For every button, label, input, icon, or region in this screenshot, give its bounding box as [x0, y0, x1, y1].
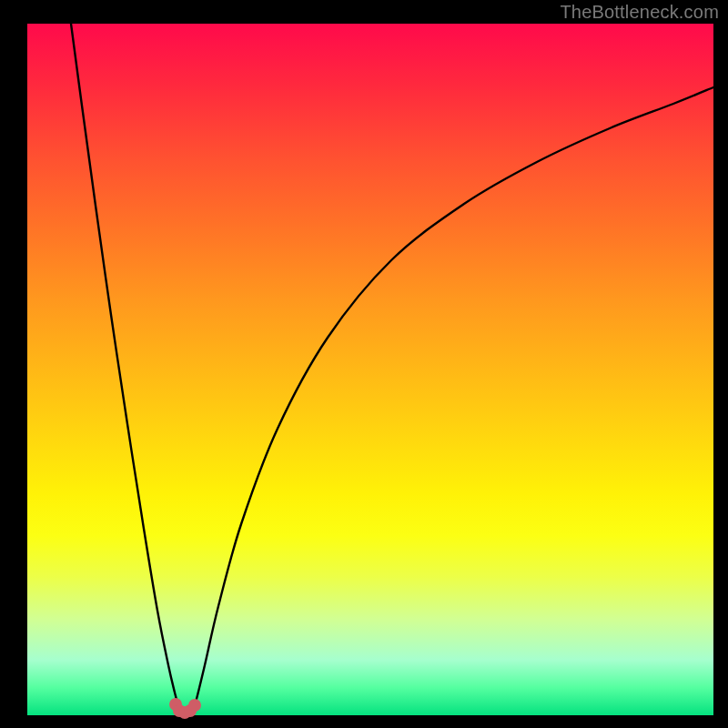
curve-left-branch — [71, 24, 180, 712]
valley-markers — [169, 698, 201, 719]
chart-root: TheBottleneck.com — [0, 0, 728, 728]
attribution-label: TheBottleneck.com — [560, 2, 719, 23]
curve-layer — [0, 0, 728, 728]
bottleneck-curve — [71, 24, 713, 712]
valley-marker-4 — [188, 699, 201, 712]
curve-right-branch — [193, 87, 713, 712]
